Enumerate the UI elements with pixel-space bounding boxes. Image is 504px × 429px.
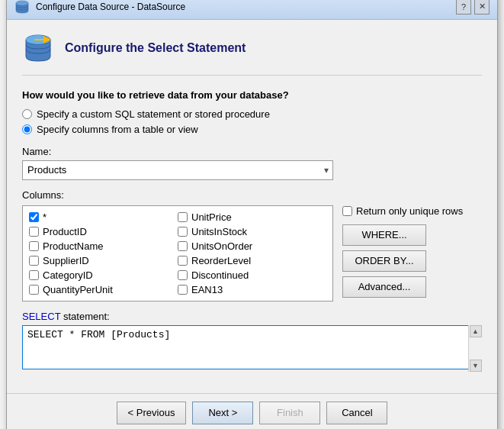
datasource-icon [14, 0, 30, 15]
name-select-wrapper: Products Categories Customers Employees … [22, 160, 333, 180]
col-checkbox-discontinued[interactable] [178, 270, 188, 280]
radio-row-columns: Specify columns from a table or view [22, 124, 482, 135]
close-button[interactable]: ✕ [474, 0, 490, 15]
select-textarea-wrapper: SELECT * FROM [Products] ▲ ▼ [22, 325, 482, 372]
col-checkbox-productid[interactable] [29, 227, 39, 237]
radio-columns-label[interactable]: Specify columns from a table or view [37, 124, 198, 135]
col-label-ean13[interactable]: EAN13 [191, 284, 223, 295]
dialog-body: Configure the Select Statement How would… [7, 20, 497, 393]
col-item-unitprice: UnitPrice [178, 211, 326, 224]
select-statement-section: SELECT statement: SELECT * FROM [Product… [22, 311, 482, 372]
textarea-scrollbar: ▲ ▼ [468, 325, 482, 372]
col-label-unitsonorder[interactable]: UnitsOnOrder [191, 240, 252, 252]
finish-button[interactable]: Finish [259, 402, 320, 424]
col-checkbox-star[interactable] [29, 212, 39, 222]
col-item-discontinued: Discontinued [178, 269, 326, 282]
col-label-discontinued[interactable]: Discontinued [191, 269, 249, 281]
col-checkbox-unitsinstock[interactable] [178, 227, 188, 237]
col-checkbox-reorderlevel[interactable] [178, 256, 188, 266]
where-button[interactable]: WHERE... [342, 224, 426, 246]
col-checkbox-categoryid[interactable] [29, 270, 39, 280]
select-keyword: SELECT [22, 311, 60, 322]
help-button[interactable]: ? [456, 0, 471, 15]
columns-grid: * UnitPrice ProductID [29, 211, 326, 296]
col-item-ean13: EAN13 [178, 283, 326, 296]
unique-rows-label[interactable]: Return only unique rows [356, 205, 463, 217]
columns-label: Columns: [22, 189, 482, 201]
col-item-productid: ProductID [29, 225, 178, 238]
col-label-productid[interactable]: ProductID [43, 226, 87, 237]
col-item-unitsinstock: UnitsInStock [178, 225, 326, 238]
radio-custom[interactable] [22, 109, 32, 119]
col-checkbox-unitsonorder[interactable] [178, 241, 188, 251]
radio-columns[interactable] [22, 124, 32, 134]
col-checkbox-unitprice[interactable] [178, 212, 188, 222]
dialog-title: Configure the Select Statement [65, 41, 246, 55]
name-row: Name: Products Categories Customers Empl… [22, 146, 482, 180]
columns-section: Columns: * UnitPrice [22, 189, 482, 302]
col-label-unitsinstock[interactable]: UnitsInStock [191, 226, 247, 237]
col-label-productname[interactable]: ProductName [43, 240, 103, 252]
col-item-unitsonorder: UnitsOnOrder [178, 240, 326, 253]
name-select[interactable]: Products Categories Customers Employees … [22, 160, 333, 180]
title-bar-text: Configure Data Source - DataSource [36, 2, 185, 12]
col-item-supplierid: SupplierID [29, 254, 178, 267]
configure-datasource-dialog: Configure Data Source - DataSource ? ✕ C… [6, 0, 498, 429]
order-by-button[interactable]: ORDER BY... [342, 250, 426, 272]
col-label-unitprice[interactable]: UnitPrice [191, 211, 232, 223]
previous-button[interactable]: < Previous [117, 402, 187, 424]
col-item-star: * [29, 211, 178, 224]
col-checkbox-productname[interactable] [29, 241, 39, 251]
scrollbar-down-arrow[interactable]: ▼ [470, 360, 482, 372]
next-button[interactable]: Next > [192, 402, 253, 424]
col-item-categoryid: CategoryID [29, 269, 178, 282]
col-checkbox-supplierid[interactable] [29, 256, 39, 266]
header-db-icon [22, 32, 54, 64]
col-label-categoryid[interactable]: CategoryID [43, 269, 93, 281]
radio-row-custom: Specify a custom SQL statement or stored… [22, 108, 482, 120]
unique-rows-row: Return only unique rows [342, 205, 463, 217]
columns-box: * UnitPrice ProductID [22, 205, 333, 302]
name-label: Name: [22, 146, 482, 157]
col-label-supplierid[interactable]: SupplierID [43, 255, 89, 266]
select-statement-input[interactable]: SELECT * FROM [Products] [22, 325, 482, 369]
unique-rows-checkbox[interactable] [342, 206, 352, 216]
select-statement-label: SELECT statement: [22, 311, 482, 322]
col-label-quantityperunit[interactable]: QuantityPerUnit [43, 284, 113, 295]
scrollbar-up-arrow[interactable]: ▲ [470, 325, 482, 337]
columns-layout: * UnitPrice ProductID [22, 205, 482, 302]
col-label-reorderlevel[interactable]: ReorderLevel [191, 255, 251, 266]
col-item-quantityperunit: QuantityPerUnit [29, 283, 178, 296]
col-item-productname: ProductName [29, 240, 178, 253]
right-buttons: Return only unique rows WHERE... ORDER B… [342, 205, 463, 298]
col-checkbox-ean13[interactable] [178, 285, 188, 295]
cancel-button[interactable]: Cancel [326, 402, 387, 424]
question-label: How would you like to retrieve data from… [22, 89, 482, 101]
radio-custom-label[interactable]: Specify a custom SQL statement or stored… [37, 108, 270, 120]
radio-group: Specify a custom SQL statement or stored… [22, 108, 482, 135]
col-checkbox-quantityperunit[interactable] [29, 285, 39, 295]
dialog-footer: < Previous Next > Finish Cancel [7, 393, 497, 430]
advanced-button[interactable]: Advanced... [342, 276, 426, 298]
svg-point-1 [16, 1, 28, 5]
title-bar-controls: ? ✕ [456, 0, 490, 15]
col-label-star[interactable]: * [43, 211, 47, 223]
title-bar-left: Configure Data Source - DataSource [14, 0, 185, 15]
dialog-header: Configure the Select Statement [22, 32, 482, 76]
col-item-reorderlevel: ReorderLevel [178, 254, 326, 267]
title-bar: Configure Data Source - DataSource ? ✕ [7, 0, 497, 20]
